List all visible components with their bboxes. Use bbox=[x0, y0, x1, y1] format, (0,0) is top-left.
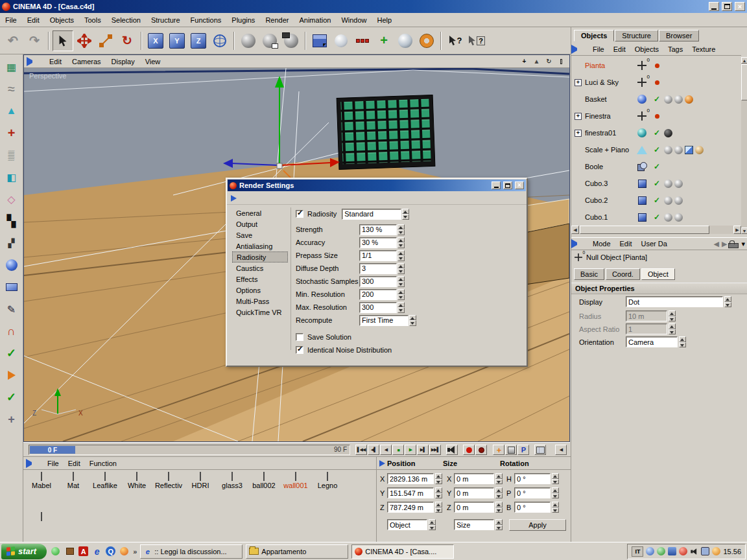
prepass-size-stepper[interactable] bbox=[397, 250, 405, 261]
move-tool-icon[interactable] bbox=[74, 30, 95, 51]
materials-menu-function[interactable]: Function bbox=[85, 458, 121, 469]
scroll-left-icon[interactable]: ◀ bbox=[571, 226, 579, 234]
context-help-icon[interactable]: ? bbox=[466, 30, 487, 51]
enable-check2-icon[interactable]: ✓ bbox=[2, 388, 21, 407]
media-icon[interactable] bbox=[119, 546, 130, 557]
phong-tag-icon[interactable] bbox=[674, 146, 683, 154]
size-y-stepper[interactable] bbox=[495, 487, 503, 498]
attributes-menu-userdata[interactable]: User Da bbox=[637, 239, 672, 249]
add-cube-icon[interactable] bbox=[309, 30, 330, 51]
grid-palette-icon[interactable]: ▦ bbox=[2, 57, 21, 76]
material-swatch[interactable]: Leaflike bbox=[89, 472, 121, 489]
goto-start-button[interactable]: ▌◀◀ bbox=[355, 445, 367, 455]
coord-size-stepper[interactable] bbox=[495, 519, 503, 530]
menu-structure[interactable]: Structure bbox=[146, 14, 185, 26]
visibility-dot-icon[interactable] bbox=[655, 64, 659, 68]
recompute-dropdown[interactable]: First Time bbox=[359, 315, 409, 326]
material-swatch[interactable]: White bbox=[121, 472, 152, 489]
rot-h-stepper[interactable] bbox=[552, 473, 559, 484]
dialog-manager-icon[interactable] bbox=[231, 195, 237, 202]
accuracy-stepper[interactable] bbox=[397, 237, 405, 248]
visibility-dot-icon[interactable] bbox=[655, 114, 659, 119]
viewport-manager-icon[interactable] bbox=[27, 57, 42, 66]
z-axis-lock-icon[interactable]: Z bbox=[188, 30, 209, 51]
dialog-minimize-button[interactable] bbox=[492, 181, 501, 189]
pos-x-field[interactable]: 2829.136 m bbox=[387, 473, 434, 484]
attributes-menu-mode[interactable]: Mode bbox=[588, 239, 615, 249]
tray-volume-icon[interactable] bbox=[690, 547, 698, 555]
object-name[interactable]: Finestra bbox=[585, 112, 634, 120]
aspect-ratio-stepper[interactable] bbox=[669, 323, 676, 334]
phong-tag-icon[interactable] bbox=[664, 95, 672, 104]
object-name[interactable]: Basket bbox=[585, 95, 634, 103]
stop-button[interactable]: ■ bbox=[392, 445, 404, 455]
viewport-menu-view[interactable]: View bbox=[141, 56, 165, 67]
category-caustics[interactable]: Caustics bbox=[232, 262, 288, 274]
stochastic-samples-field[interactable]: 300 bbox=[359, 276, 397, 287]
phong-tag-icon[interactable] bbox=[664, 180, 672, 188]
coordinates-manager-icon[interactable] bbox=[379, 460, 385, 467]
diffuse-depth-field[interactable]: 3 bbox=[359, 263, 397, 274]
scroll-right-icon[interactable]: ▶ bbox=[733, 226, 741, 234]
stochastic-samples-stepper[interactable] bbox=[397, 276, 405, 287]
add-tube-icon[interactable] bbox=[416, 30, 437, 51]
phong-tag-icon[interactable] bbox=[664, 196, 672, 205]
viewport-scale-icon[interactable]: ▲ bbox=[531, 56, 542, 66]
menu-tools[interactable]: Tools bbox=[79, 14, 106, 26]
enable-check-icon[interactable]: ✓ bbox=[2, 344, 21, 363]
plane-tool-icon[interactable] bbox=[2, 277, 21, 297]
enabled-check-icon[interactable]: ✓ bbox=[654, 162, 660, 171]
min-resolution-field[interactable]: 200 bbox=[359, 289, 397, 300]
objects-manager-icon[interactable] bbox=[571, 45, 586, 54]
viewport-rotate-icon[interactable]: ↻ bbox=[543, 56, 554, 66]
maximize-button[interactable] bbox=[722, 2, 732, 11]
undo-icon[interactable]: ↶ bbox=[3, 30, 23, 51]
viewport-menu-cameras[interactable]: Cameras bbox=[67, 56, 106, 67]
tray-display-icon[interactable] bbox=[701, 547, 709, 555]
materials-menu-file[interactable]: File bbox=[43, 458, 64, 469]
rot-b-field[interactable]: 0 ° bbox=[514, 502, 551, 513]
record-objects-button[interactable] bbox=[475, 445, 487, 455]
category-output[interactable]: Output bbox=[232, 218, 288, 229]
object-name[interactable]: Cubo.3 bbox=[585, 180, 634, 187]
radiosity-mode-dropdown[interactable]: Standard bbox=[342, 209, 401, 220]
object-row[interactable]: +finestra01 ✓ bbox=[571, 124, 741, 141]
menu-window[interactable]: Window bbox=[336, 14, 372, 26]
tab-coord[interactable]: Coord. bbox=[606, 268, 640, 280]
phong-tag-icon[interactable] bbox=[664, 213, 672, 222]
category-general[interactable]: General bbox=[232, 207, 288, 218]
phong-tag-icon[interactable] bbox=[674, 180, 683, 188]
checkerboard-icon[interactable]: ▚ bbox=[2, 211, 21, 231]
taskbar-task[interactable]: e :: Leggi la discussion... bbox=[140, 544, 243, 559]
object-row[interactable]: Cubo.1 ✓ bbox=[571, 209, 741, 226]
compositing-tag-icon[interactable] bbox=[685, 146, 693, 154]
object-name[interactable]: Pianta bbox=[585, 62, 634, 69]
tab-browser[interactable]: Browser bbox=[659, 30, 699, 41]
prepass-size-field[interactable]: 1/1 bbox=[359, 250, 397, 261]
texture-tag-icon[interactable] bbox=[685, 95, 693, 104]
diffuse-depth-stepper[interactable] bbox=[397, 263, 405, 274]
object-name[interactable]: Luci & Sky bbox=[585, 78, 634, 86]
tray-firewall-icon[interactable] bbox=[712, 547, 720, 555]
objects-menu-file[interactable]: File bbox=[588, 44, 609, 54]
save-solution-checkbox[interactable] bbox=[296, 333, 303, 341]
radius-field[interactable]: 10 m bbox=[626, 310, 667, 321]
record-button[interactable] bbox=[463, 445, 475, 455]
pos-y-field[interactable]: 151.547 m bbox=[387, 487, 434, 498]
viewport-pan-icon[interactable]: + bbox=[519, 56, 530, 66]
min-resolution-stepper[interactable] bbox=[397, 289, 405, 300]
enabled-check-icon[interactable]: ✓ bbox=[654, 128, 660, 137]
next-frame-button[interactable]: ▶▌ bbox=[417, 445, 429, 455]
strength-stepper[interactable] bbox=[397, 224, 405, 235]
objects-menu-tags[interactable]: Tags bbox=[663, 44, 687, 54]
scroll-thumb[interactable] bbox=[741, 64, 747, 100]
tab-object[interactable]: Object bbox=[641, 268, 675, 280]
book-icon[interactable] bbox=[64, 546, 75, 557]
size-y-field[interactable]: 0 m bbox=[454, 487, 494, 498]
object-row[interactable]: +Luci & Sky 0 bbox=[571, 74, 741, 91]
object-row[interactable]: Pianta 0 bbox=[571, 57, 741, 74]
axis-tool-icon[interactable]: + bbox=[2, 123, 21, 143]
tab-basic[interactable]: Basic bbox=[574, 268, 604, 280]
object-name[interactable]: finestra01 bbox=[585, 129, 634, 137]
apply-button[interactable]: Apply bbox=[509, 519, 566, 531]
